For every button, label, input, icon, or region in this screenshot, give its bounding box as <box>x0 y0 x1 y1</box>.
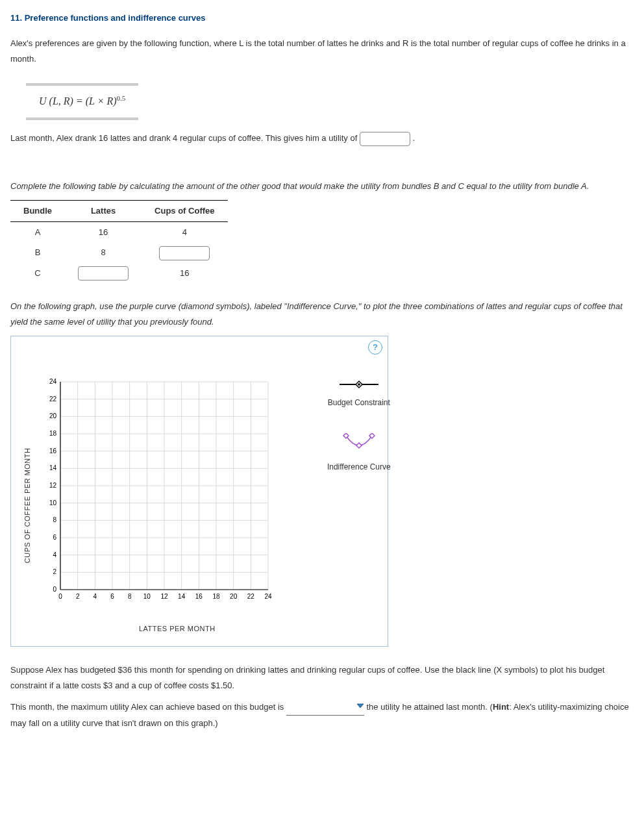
svg-text:20: 20 <box>49 412 57 419</box>
svg-text:22: 22 <box>247 593 255 600</box>
svg-text:24: 24 <box>49 378 57 385</box>
svg-text:20: 20 <box>230 593 238 600</box>
y-axis-label: CUPS OF COFFEE PER MONTH <box>19 375 34 636</box>
svg-text:12: 12 <box>49 482 57 489</box>
table-instruction: Complete the following table by calculat… <box>10 179 634 194</box>
svg-text:22: 22 <box>49 395 57 403</box>
svg-text:4: 4 <box>53 551 56 558</box>
svg-text:18: 18 <box>212 593 220 600</box>
intro-text: Alex's preferences are given by the foll… <box>10 36 634 66</box>
svg-text:12: 12 <box>160 593 168 600</box>
svg-text:16: 16 <box>195 593 203 600</box>
help-icon[interactable]: ? <box>368 340 382 355</box>
svg-text:8: 8 <box>128 593 132 600</box>
x-axis-label: LATTES PER MONTH <box>34 623 301 636</box>
table-row: C 16 <box>10 263 228 284</box>
col-coffee: Cups of Coffee <box>142 201 227 221</box>
graph-instruction: On the following graph, use the purple c… <box>10 299 634 329</box>
svg-text:16: 16 <box>49 447 57 455</box>
legend: Budget Constraint Indifference Curve <box>301 375 398 636</box>
utility-input[interactable] <box>360 132 410 146</box>
svg-text:2: 2 <box>53 568 56 575</box>
table-row: A 16 4 <box>10 221 228 242</box>
bundle-table: Bundle Lattes Cups of Coffee A 16 4 B 8 … <box>10 200 228 283</box>
utility-formula: U (L, R) = (L × R)0.5 <box>26 83 138 120</box>
col-lattes: Lattes <box>65 201 142 221</box>
svg-text:0: 0 <box>53 586 56 593</box>
bundle-c-lattes-input[interactable] <box>78 266 129 281</box>
table-row: B 8 <box>10 242 228 263</box>
svg-text:18: 18 <box>49 430 57 437</box>
svg-text:4: 4 <box>93 593 97 600</box>
final-sentence: This month, the maximum utility Alex can… <box>10 699 634 731</box>
chart-area[interactable]: 0246810121416182022240246810121416182022… <box>34 375 281 616</box>
chevron-down-icon <box>356 702 364 710</box>
svg-text:14: 14 <box>178 593 186 600</box>
svg-text:14: 14 <box>49 464 57 471</box>
legend-indifference-curve[interactable]: Indifference Curve <box>320 433 398 474</box>
svg-text:2: 2 <box>76 593 80 600</box>
col-bundle: Bundle <box>10 201 65 221</box>
svg-text:6: 6 <box>53 534 56 541</box>
legend-budget-constraint[interactable]: Budget Constraint <box>320 378 398 410</box>
svg-text:24: 24 <box>264 593 272 600</box>
svg-text:0: 0 <box>58 593 62 600</box>
bundle-b-coffee-input[interactable] <box>159 246 210 260</box>
budget-sentence: Suppose Alex has budgeted $36 this month… <box>10 662 634 693</box>
svg-text:10: 10 <box>49 499 57 507</box>
svg-text:8: 8 <box>53 516 56 523</box>
question-title: 11. Preference functions and indifferenc… <box>10 10 634 25</box>
utility-sentence: Last month, Alex drank 16 lattes and dra… <box>10 131 634 146</box>
table-header-row: Bundle Lattes Cups of Coffee <box>10 201 228 221</box>
comparison-dropdown[interactable] <box>286 699 364 715</box>
svg-text:6: 6 <box>110 593 114 600</box>
graph-panel: ? CUPS OF COFFEE PER MONTH 0246810121416… <box>10 336 388 647</box>
svg-text:10: 10 <box>143 593 151 600</box>
